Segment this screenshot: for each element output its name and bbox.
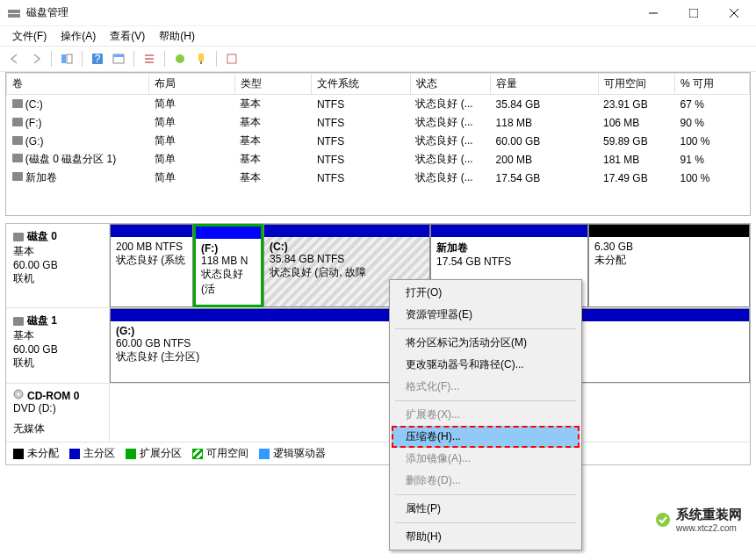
title-bar: 磁盘管理 [0,0,756,26]
col-type[interactable]: 类型 [234,74,311,95]
volume-icon [12,99,23,108]
disk-icon [13,233,24,241]
app-icon [7,6,21,20]
volume-icon [12,136,23,145]
watermark-icon [655,512,671,528]
volume-list[interactable]: 卷 布局 类型 文件系统 状态 容量 可用空间 % 可用 (C:)简单基本NTF… [5,72,751,216]
legend: 未分配 主分区 扩展分区 可用空间 逻辑驱动器 [6,442,750,464]
partition-f[interactable]: (F:) 118 MB N 状态良好 (活 [193,224,263,307]
forward-button [26,49,46,68]
col-volume[interactable]: 卷 [7,74,149,95]
disk-map: 磁盘 0 基本 60.00 GB 联机 200 MB NTFS 状态良好 (系统… [5,223,751,465]
ctx-open[interactable]: 打开(O) [392,282,580,304]
list-view-button[interactable] [140,49,159,68]
ctx-explorer[interactable]: 资源管理器(E) [392,304,580,326]
svg-rect-3 [689,9,698,18]
table-row[interactable]: (F:)简单基本NTFS状态良好 (...118 MB106 MB90 % [7,113,750,132]
ctx-mark-active[interactable]: 将分区标记为活动分区(M) [392,332,580,354]
svg-rect-1 [8,14,20,18]
menu-action[interactable]: 操作(A) [54,27,103,46]
ctx-properties[interactable]: 属性(P) [392,498,580,520]
col-capacity[interactable]: 容量 [491,74,598,95]
ctx-help[interactable]: 帮助(H) [392,526,580,548]
volume-icon [12,172,23,181]
svg-text:?: ? [95,53,101,65]
action3-button[interactable] [222,49,241,68]
col-pct[interactable]: % 可用 [674,74,749,95]
back-button [5,49,25,68]
action2-button[interactable] [191,49,211,68]
svg-rect-7 [67,54,72,63]
toolbar: ? [0,47,756,71]
settings-button[interactable] [109,49,128,68]
partition-unallocated[interactable]: 6.30 GB 未分配 [588,224,750,307]
volume-icon [12,154,23,162]
table-row[interactable]: 新加卷简单基本NTFS状态良好 (...17.54 GB17.49 GB100 … [7,169,750,187]
partition-system[interactable]: 200 MB NTFS 状态良好 (系统 [110,224,193,307]
svg-rect-11 [113,54,124,57]
menu-bar: 文件(F) 操作(A) 查看(V) 帮助(H) [0,26,756,46]
svg-rect-13 [198,54,204,61]
ctx-extend: 扩展卷(X)... [392,404,580,426]
col-layout[interactable]: 布局 [149,74,234,95]
svg-rect-6 [61,54,66,63]
window-title: 磁盘管理 [26,5,633,20]
cdrom-icon [13,389,24,402]
ctx-format: 格式化(F)... [392,376,580,398]
table-row[interactable]: (C:)简单基本NTFS状态良好 (...35.84 GB23.91 GB67 … [7,95,750,114]
show-hide-button[interactable] [57,49,76,68]
col-status[interactable]: 状态 [410,74,490,95]
menu-help[interactable]: 帮助(H) [152,27,202,46]
ctx-delete: 删除卷(D)... [392,470,580,492]
disk-0-row: 磁盘 0 基本 60.00 GB 联机 200 MB NTFS 状态良好 (系统… [6,224,750,308]
menu-file[interactable]: 文件(F) [5,27,54,46]
maximize-button[interactable] [673,0,714,26]
action1-button[interactable] [170,49,190,68]
disk-icon [13,317,24,326]
ctx-add-mirror: 添加镜像(A)... [392,448,580,470]
svg-rect-0 [8,10,20,13]
minimize-button[interactable] [633,0,673,26]
table-row[interactable]: (G:)简单基本NTFS状态良好 (...60.00 GB59.89 GB100… [7,132,750,150]
watermark: 系统重装网 www.xtcz2.com [652,505,745,535]
svg-point-16 [18,393,20,396]
disk-1-row: 磁盘 1 基本 60.00 GB 联机 (G:) 60.00 GB NTFS 状… [6,308,750,384]
svg-point-12 [176,54,184,63]
col-free[interactable]: 可用空间 [598,74,674,95]
svg-rect-14 [227,54,236,63]
ctx-shrink[interactable]: 压缩卷(H)... [392,426,580,448]
volume-icon [12,118,23,126]
svg-point-17 [656,513,670,527]
table-row[interactable]: (磁盘 0 磁盘分区 1)简单基本NTFS状态良好 (...200 MB181 … [7,150,750,169]
cdrom-row: CD-ROM 0 DVD (D:) 无媒体 [6,384,750,442]
ctx-change-letter[interactable]: 更改驱动器号和路径(C)... [392,354,580,376]
menu-view[interactable]: 查看(V) [103,27,152,46]
col-fs[interactable]: 文件系统 [312,74,410,95]
close-button[interactable] [714,0,754,26]
help-button[interactable]: ? [88,49,107,68]
context-menu: 打开(O) 资源管理器(E) 将分区标记为活动分区(M) 更改驱动器号和路径(C… [389,279,582,550]
